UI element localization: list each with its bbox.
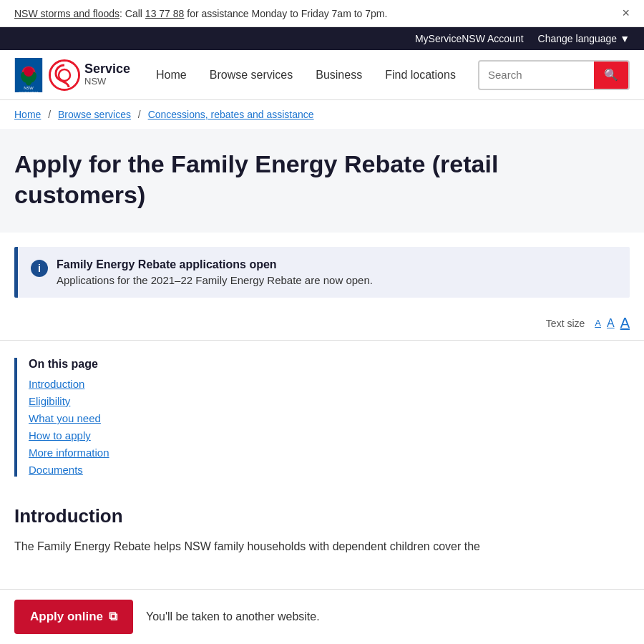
text-size-large-button[interactable]: A: [620, 315, 630, 331]
on-this-page-link[interactable]: What you need: [29, 412, 101, 424]
on-this-page-box: On this page IntroductionEligibilityWhat…: [14, 358, 630, 477]
service-nsw-logo: Service NSW: [49, 59, 130, 91]
breadcrumb-section[interactable]: Concessions, rebates and assistance: [148, 109, 314, 120]
info-icon: i: [31, 260, 48, 277]
breadcrumb-separator-1: /: [48, 109, 54, 120]
on-this-page-link[interactable]: More information: [29, 447, 109, 459]
page-title-area: Apply for the Family Energy Rebate (reta…: [0, 129, 644, 233]
search-icon: 🔍: [604, 69, 618, 81]
text-size-label: Text size: [546, 318, 585, 329]
nav-business[interactable]: Business: [304, 52, 374, 99]
svg-point-5: [24, 67, 33, 76]
info-box: i Family Energy Rebate applications open…: [14, 247, 630, 298]
chevron-down-icon: ▼: [620, 33, 630, 44]
alert-phone[interactable]: 13 77 88: [145, 8, 185, 19]
svg-text:GOVERNMENT: GOVERNMENT: [19, 91, 39, 92]
language-button[interactable]: Change language ▼: [538, 33, 630, 44]
on-this-page-heading: On this page: [29, 358, 630, 371]
page-title: Apply for the Family Energy Rebate (reta…: [14, 149, 601, 210]
search-form: 🔍: [478, 60, 630, 90]
breadcrumb-separator-2: /: [138, 109, 144, 120]
list-item: What you need: [29, 412, 630, 425]
introduction-heading: Introduction: [14, 505, 630, 527]
search-button[interactable]: 🔍: [594, 62, 628, 89]
on-this-page-link[interactable]: Documents: [29, 464, 83, 476]
list-item: Eligibility: [29, 395, 630, 408]
nav-browse-services[interactable]: Browse services: [198, 52, 304, 99]
on-this-page-list: IntroductionEligibilityWhat you needHow …: [29, 378, 630, 477]
main-nav: Home Browse services Business Find locat…: [145, 52, 478, 99]
alert-banner: NSW storms and floods: Call 13 77 88 for…: [0, 0, 644, 27]
on-this-page-link[interactable]: Introduction: [29, 378, 84, 390]
service-nsw-circle-icon: [49, 59, 80, 91]
introduction-section: Introduction The Family Energy Rebate he…: [0, 494, 644, 567]
breadcrumb: Home / Browse services / Concessions, re…: [0, 100, 644, 129]
on-this-page-link[interactable]: How to apply: [29, 429, 91, 441]
nsw-waratah-icon: NSW GOVERNMENT: [14, 58, 43, 92]
alert-link[interactable]: NSW storms and floods: [14, 8, 119, 19]
text-size-medium-button[interactable]: A: [607, 317, 615, 330]
nsw-gov-logo-link[interactable]: NSW GOVERNMENT Service NSW: [14, 58, 130, 92]
breadcrumb-home[interactable]: Home: [14, 109, 41, 120]
my-account-link[interactable]: MyServiceNSW Account: [415, 33, 524, 44]
alert-close-button[interactable]: ×: [622, 6, 630, 21]
text-size-bar: Text size A A A: [0, 306, 644, 341]
text-size-small-button[interactable]: A: [595, 318, 601, 328]
info-box-body: Applications for the 2021–22 Family Ener…: [57, 274, 373, 286]
info-box-heading: Family Energy Rebate applications open: [57, 258, 373, 271]
list-item: Introduction: [29, 378, 630, 391]
list-item: How to apply: [29, 429, 630, 442]
breadcrumb-browse-services[interactable]: Browse services: [58, 109, 131, 120]
service-nsw-text: Service NSW: [84, 62, 130, 87]
alert-text: NSW storms and floods: Call 13 77 88 for…: [14, 8, 387, 19]
search-input[interactable]: [479, 63, 594, 87]
nav-home[interactable]: Home: [145, 52, 198, 99]
list-item: Documents: [29, 464, 630, 477]
nav-find-locations[interactable]: Find locations: [374, 52, 467, 99]
info-box-content: Family Energy Rebate applications open A…: [57, 258, 373, 286]
svg-text:NSW: NSW: [24, 86, 34, 90]
on-this-page-link[interactable]: Eligibility: [29, 395, 70, 407]
introduction-body: The Family Energy Rebate helps NSW famil…: [14, 537, 630, 556]
list-item: More information: [29, 447, 630, 459]
main-header: NSW GOVERNMENT Service NSW Home Browse s…: [0, 50, 644, 100]
top-nav: MyServiceNSW Account Change language ▼: [0, 27, 644, 50]
